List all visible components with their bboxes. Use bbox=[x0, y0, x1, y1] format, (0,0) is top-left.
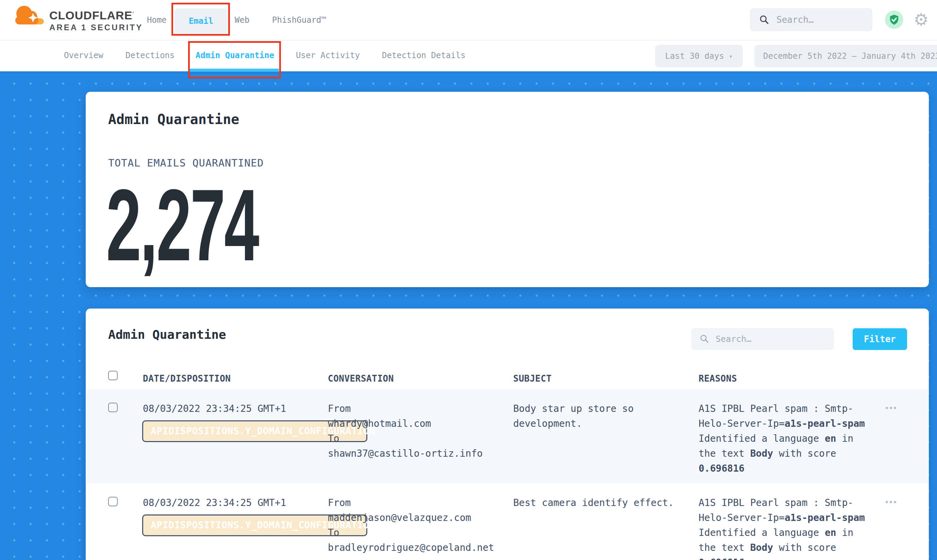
active-tab-underline bbox=[190, 69, 279, 72]
row-reasons: A1S IPBL Pearl spam : Smtp-Helo-Server-I… bbox=[699, 401, 870, 476]
row-date: 08/03/2022 23:34:25 GMT+1 bbox=[143, 401, 286, 416]
row-reasons: A1S IPBL Pearl spam : Smtp-Helo-Server-I… bbox=[699, 495, 870, 560]
cloudflare-area1-logo: CLOUDFLARE’ AREA 1 SECURITY bbox=[12, 3, 143, 32]
from-label: From bbox=[328, 495, 518, 511]
from-address: whardy@hotmail.com bbox=[328, 416, 518, 431]
date-range-selector[interactable]: Last 30 days ▾ bbox=[655, 45, 743, 67]
nav-item-web[interactable]: Web bbox=[235, 15, 249, 25]
column-header-reasons: REASONS bbox=[699, 374, 737, 384]
summary-card-title: Admin Quarantine bbox=[108, 111, 239, 127]
logo-brand: CLOUDFLARE’ bbox=[49, 9, 143, 22]
row-subject: Body star up store so development. bbox=[513, 401, 680, 431]
search-icon bbox=[699, 334, 710, 344]
row-actions-menu[interactable] bbox=[886, 501, 896, 503]
nav-item-email[interactable]: Email bbox=[174, 9, 227, 34]
global-search-input[interactable] bbox=[776, 15, 865, 25]
to-address: shawn37@castillo-ortiz.info bbox=[328, 446, 518, 461]
row-subject: Best camera identify effect. bbox=[513, 495, 680, 511]
shield-check-icon bbox=[888, 14, 900, 26]
security-status-badge[interactable] bbox=[885, 11, 903, 29]
filter-button[interactable]: Filter bbox=[853, 328, 907, 350]
row-conversation: From whardy@hotmail.com To shawn37@casti… bbox=[328, 401, 518, 461]
table-card-title: Admin Quarantine bbox=[108, 328, 226, 342]
app-header: CLOUDFLARE’ AREA 1 SECURITY Home Email W… bbox=[0, 0, 937, 40]
tab-overview[interactable]: Overview bbox=[64, 51, 103, 60]
logo-subtitle: AREA 1 SECURITY bbox=[49, 23, 143, 32]
nav-item-home[interactable]: Home bbox=[147, 15, 167, 25]
caret-down-icon: ▾ bbox=[729, 52, 733, 60]
cloudflare-cloud-icon bbox=[12, 3, 46, 28]
to-label: To bbox=[328, 525, 518, 540]
column-header-subject: SUBJECT bbox=[513, 374, 552, 384]
nav-item-phishguard[interactable]: PhishGuard™ bbox=[272, 15, 326, 25]
select-all-checkbox[interactable] bbox=[108, 371, 118, 380]
table-row: 08/03/2022 23:34:25 GMT+1 APIDISPOSITION… bbox=[86, 483, 929, 560]
summary-card: Admin Quarantine TOTAL EMAILS QUARANTINE… bbox=[86, 92, 929, 287]
table-search[interactable] bbox=[691, 328, 834, 350]
row-date: 08/03/2022 23:34:25 GMT+1 bbox=[143, 495, 286, 511]
table-search-input[interactable] bbox=[716, 334, 818, 344]
search-icon bbox=[759, 14, 770, 25]
table-header: DATE/DISPOSITION CONVERSATION SUBJECT RE… bbox=[86, 368, 929, 389]
date-range-display[interactable]: December 5th 2022 — January 4th 2023 bbox=[754, 45, 937, 67]
to-label: To bbox=[328, 431, 518, 446]
email-subnav: Overview Detections Admin Quarantine Use… bbox=[0, 40, 937, 71]
tab-detections[interactable]: Detections bbox=[125, 51, 175, 60]
row-actions-menu[interactable] bbox=[886, 407, 896, 409]
column-header-date-disposition: DATE/DISPOSITION bbox=[143, 374, 231, 384]
gear-icon[interactable]: ⚙ bbox=[914, 10, 929, 29]
quarantine-table-card: Admin Quarantine Filter DATE/DISPOSITION… bbox=[86, 309, 929, 560]
logo-trademark: ’ bbox=[132, 11, 134, 16]
table-row: 08/03/2022 23:34:25 GMT+1 APIDISPOSITION… bbox=[86, 389, 929, 483]
total-quarantined-value: 2,274 bbox=[106, 174, 258, 276]
page-background: Admin Quarantine TOTAL EMAILS QUARANTINE… bbox=[0, 71, 937, 560]
total-quarantined-label: TOTAL EMAILS QUARANTINED bbox=[108, 157, 264, 169]
column-header-conversation: CONVERSATION bbox=[328, 374, 394, 384]
from-label: From bbox=[328, 401, 518, 416]
global-search[interactable] bbox=[750, 8, 872, 31]
row-checkbox[interactable] bbox=[108, 403, 118, 412]
from-address: maddenjason@velazquez.com bbox=[328, 511, 518, 525]
tab-admin-quarantine[interactable]: Admin Quarantine bbox=[196, 51, 274, 60]
row-conversation: From maddenjason@velazquez.com To bradle… bbox=[328, 495, 518, 555]
tab-user-activity[interactable]: User Activity bbox=[296, 51, 360, 60]
row-checkbox[interactable] bbox=[108, 497, 118, 506]
tab-detection-details[interactable]: Detection Details bbox=[382, 51, 466, 60]
to-address: bradleyrodriguez@copeland.net bbox=[328, 540, 518, 555]
table-body: 08/03/2022 23:34:25 GMT+1 APIDISPOSITION… bbox=[86, 389, 929, 560]
